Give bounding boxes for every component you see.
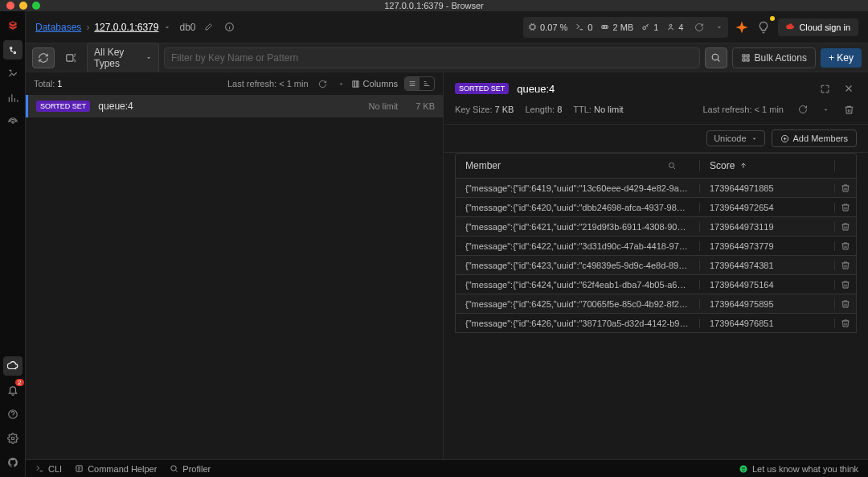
refresh-list-icon[interactable] (315, 76, 331, 92)
cell-score: 1739644975164 (700, 280, 835, 290)
sidebar-pubsub[interactable] (3, 113, 23, 132)
add-key-icon-button[interactable] (59, 47, 82, 68)
key-type-badge: SORTED SET (36, 101, 90, 112)
cell-member: {"message":{"id":6421,"uuid":"219d9f3b-6… (456, 222, 700, 232)
svg-rect-18 (357, 80, 358, 86)
key-row[interactable]: SORTED SET queue:4 No limit 7 KB (26, 95, 443, 117)
cell-score: 1739644973779 (700, 241, 835, 251)
svg-point-20 (669, 163, 674, 168)
window-close[interactable] (6, 2, 14, 10)
delete-row-icon[interactable] (841, 183, 850, 193)
key-name: queue:4 (98, 101, 360, 112)
refresh-keys-button[interactable] (32, 47, 55, 68)
detail-refresh-options-icon[interactable] (822, 106, 829, 113)
add-key-button[interactable]: + Key (821, 48, 862, 68)
add-members-button[interactable]: Add Members (772, 130, 857, 147)
info-icon[interactable] (221, 19, 237, 35)
delete-row-icon[interactable] (841, 241, 850, 251)
stat-clients: 4 (666, 23, 683, 32)
table-row[interactable]: {"message":{"id":6426,"uuid":"387170a5-d… (455, 314, 857, 333)
bulk-actions-button[interactable]: Bulk Actions (732, 47, 816, 68)
footer-feedback[interactable]: Let us know what you think (739, 464, 858, 474)
view-list[interactable] (405, 77, 420, 90)
topbar: Databases › 127.0.0.1:6379 db0 0.07 % (26, 11, 868, 43)
sidebar-github[interactable] (3, 453, 23, 472)
sort-asc-icon (739, 162, 747, 170)
stats-expand-icon[interactable] (715, 23, 723, 31)
breadcrumb-separator: › (86, 22, 89, 33)
search-button[interactable] (705, 47, 727, 68)
sidebar-cloud[interactable] (3, 356, 23, 376)
col-member[interactable]: Member (456, 160, 700, 171)
svg-rect-10 (67, 54, 73, 60)
key-ttl: No limit (368, 101, 398, 111)
breadcrumb-current[interactable]: 127.0.0.1:6379 (94, 22, 158, 33)
table-row[interactable]: {"message":{"id":6425,"uuid":"70065f5e-8… (455, 294, 857, 314)
sidebar-browser[interactable] (3, 40, 23, 60)
cell-member: {"message":{"id":6426,"uuid":"387170a5-d… (456, 319, 700, 328)
col-score[interactable]: Score (700, 160, 835, 171)
table-row[interactable]: {"message":{"id":6423,"uuid":"c49839e5-9… (455, 256, 857, 275)
edit-icon[interactable] (200, 19, 216, 35)
table-row[interactable]: {"message":{"id":6421,"uuid":"219d9f3b-6… (455, 217, 857, 236)
delete-key-icon[interactable] (841, 101, 857, 117)
view-tree[interactable] (420, 77, 434, 90)
columns-button[interactable]: Columns (351, 79, 398, 88)
fullscreen-icon[interactable] (817, 80, 833, 97)
svg-rect-12 (743, 55, 745, 57)
detail-type-badge: SORTED SET (455, 83, 509, 94)
window-minimize[interactable] (19, 2, 27, 10)
filter-input[interactable] (164, 47, 700, 68)
browser-controls: All Key Types Bulk Actions + Key (26, 43, 868, 72)
delete-row-icon[interactable] (841, 222, 850, 232)
cell-member: {"message":{"id":6420,"uuid":"dbb24698-a… (456, 203, 700, 212)
encoding-select[interactable]: Unicode (706, 130, 764, 146)
table-row[interactable]: {"message":{"id":6424,"uuid":"62f4eab1-d… (455, 275, 857, 294)
insight-icon[interactable] (755, 19, 772, 35)
sidebar-analytics[interactable] (3, 88, 23, 108)
window-maximize[interactable] (32, 2, 40, 10)
stat-commands: 0 (575, 23, 592, 32)
cell-member: {"message":{"id":6419,"uuid":"13c60eee-d… (456, 183, 700, 193)
detail-refresh-label: Last refresh: < 1 min (702, 105, 784, 114)
footer-cli[interactable]: CLI (35, 464, 62, 474)
redis-logo-icon[interactable] (3, 16, 23, 35)
refresh-options-icon[interactable] (338, 80, 345, 88)
sidebar-notifications[interactable]: 2 (3, 380, 23, 400)
table-row[interactable]: {"message":{"id":6419,"uuid":"13c60eee-d… (455, 179, 857, 198)
stat-cpu: 0.07 % (528, 23, 567, 32)
copilot-icon[interactable] (735, 20, 749, 35)
key-detail-pane: SORTED SET queue:4 Key Size: 7 KB Length… (444, 72, 868, 459)
cloud-sign-in-button[interactable]: Cloud sign in (778, 19, 858, 36)
svg-rect-6 (530, 25, 535, 30)
delete-row-icon[interactable] (841, 299, 850, 309)
breadcrumb-databases[interactable]: Databases (35, 22, 81, 33)
cell-member: {"message":{"id":6422,"uuid":"3d31d90c-4… (456, 241, 700, 251)
sidebar: 2 (0, 11, 26, 477)
delete-row-icon[interactable] (841, 280, 850, 290)
svg-rect-17 (354, 80, 356, 86)
svg-point-22 (171, 466, 176, 471)
key-types-select[interactable]: All Key Types (87, 43, 159, 73)
key-size-meta: Key Size: 7 KB (455, 105, 514, 114)
footer-command-helper[interactable]: Command Helper (75, 464, 157, 474)
stat-keys: 1 (641, 23, 658, 32)
detail-refresh-icon[interactable] (795, 101, 811, 117)
close-detail-icon[interactable] (841, 80, 857, 97)
cell-score: 1739644976851 (700, 319, 835, 328)
resize-handle-icon[interactable] (682, 162, 690, 170)
cell-score: 1739644973119 (700, 222, 835, 232)
table-row[interactable]: {"message":{"id":6420,"uuid":"dbb24698-a… (455, 198, 857, 217)
db-index: db0 (179, 22, 195, 33)
sidebar-workbench[interactable] (3, 64, 23, 84)
table-row[interactable]: {"message":{"id":6422,"uuid":"3d31d90c-4… (455, 236, 857, 256)
delete-row-icon[interactable] (841, 319, 850, 328)
refresh-stats-icon[interactable] (691, 19, 707, 35)
sidebar-help[interactable] (3, 405, 23, 424)
delete-row-icon[interactable] (841, 261, 850, 270)
search-member-icon[interactable] (667, 161, 677, 171)
sidebar-settings[interactable] (3, 429, 23, 448)
delete-row-icon[interactable] (841, 203, 850, 212)
chevron-down-icon[interactable] (163, 23, 171, 31)
footer-profiler[interactable]: Profiler (170, 464, 211, 474)
